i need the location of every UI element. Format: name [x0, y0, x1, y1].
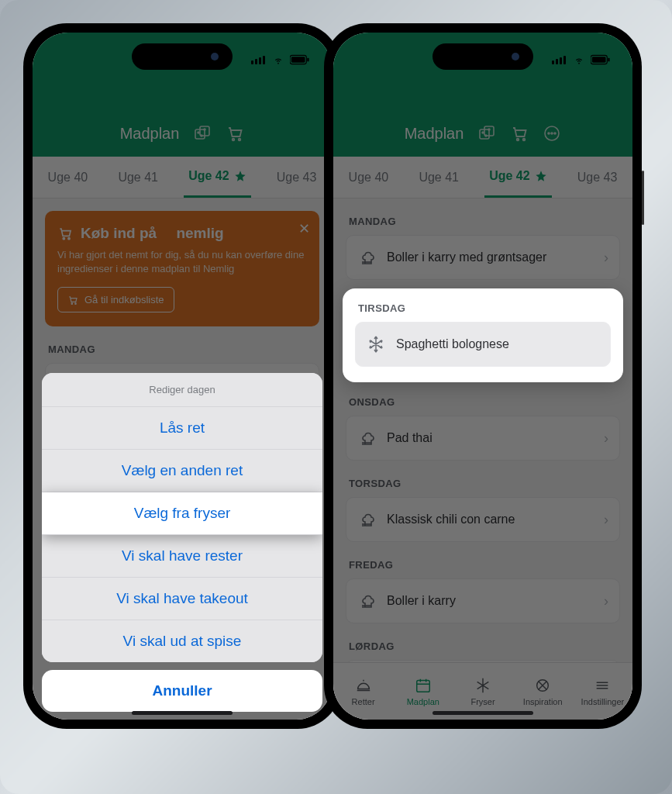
- svg-rect-16: [608, 58, 609, 62]
- wifi-icon: [271, 54, 285, 65]
- day-label-wednesday: ONSDAG: [349, 396, 617, 408]
- chef-hat-icon: [357, 429, 376, 447]
- week-tab-42[interactable]: Uge 42: [484, 157, 551, 198]
- week-tab-40[interactable]: Uge 40: [43, 157, 93, 198]
- chef-hat-icon: [357, 248, 376, 267]
- svg-point-9: [239, 139, 241, 141]
- device-notch: [132, 43, 233, 70]
- svg-point-8: [233, 139, 235, 141]
- meal-card-monday[interactable]: Boller i karry med grøntsager ›: [346, 235, 620, 280]
- settings-icon: [594, 677, 611, 694]
- chevron-right-icon: ›: [604, 593, 608, 609]
- promo-body: Vi har gjort det nemt for dig, så du nu …: [57, 248, 307, 276]
- svg-point-19: [482, 132, 484, 133]
- svg-point-21: [488, 129, 490, 130]
- calendar-icon: [415, 677, 432, 694]
- chevron-right-icon: ›: [604, 250, 608, 266]
- sheet-choose-from-freezer[interactable]: Vælg fra fryser: [42, 492, 322, 535]
- week-tab-41[interactable]: Uge 41: [113, 157, 163, 198]
- week-tabs: Uge 40 Uge 41 Uge 42 Uge 43: [333, 157, 632, 198]
- utensils-icon: [534, 677, 551, 694]
- cart-icon: [57, 226, 73, 241]
- svg-point-13: [75, 303, 77, 305]
- header-title: Madplan: [120, 125, 180, 143]
- svg-point-7: [204, 129, 205, 130]
- home-indicator[interactable]: [132, 711, 233, 715]
- battery-icon: [290, 54, 310, 65]
- chevron-right-icon: ›: [604, 430, 608, 447]
- sheet-eat-out[interactable]: Vi skal ud at spise: [42, 620, 322, 662]
- chef-hat-icon: [357, 510, 376, 529]
- star-icon: [234, 170, 246, 182]
- chevron-right-icon: ›: [604, 512, 608, 528]
- action-sheet: Rediger dagen Lås ret Vælg en anden ret …: [42, 373, 322, 712]
- chef-hat-icon: [357, 592, 376, 610]
- meal-card-friday[interactable]: Boller i karry ›: [346, 578, 620, 623]
- svg-point-5: [198, 132, 199, 133]
- star-icon: [535, 170, 547, 182]
- svg-point-23: [523, 139, 526, 141]
- dice-icon[interactable]: [477, 124, 496, 143]
- more-icon[interactable]: [543, 124, 561, 143]
- svg-point-12: [71, 303, 73, 305]
- snowflake-icon: [367, 335, 385, 354]
- sheet-title: Rediger dagen: [42, 373, 322, 407]
- day-label-monday: MANDAG: [48, 343, 316, 355]
- svg-point-6: [201, 135, 202, 136]
- meal-card-wednesday[interactable]: Pad thai ›: [346, 416, 620, 461]
- wifi-icon: [572, 54, 586, 65]
- cart-icon[interactable]: [510, 124, 529, 143]
- svg-point-25: [548, 133, 550, 134]
- cart-icon[interactable]: [226, 124, 244, 143]
- svg-point-11: [68, 238, 70, 240]
- week-tabs: Uge 40 Uge 41 Uge 42 Uge 43: [33, 157, 332, 198]
- tab-retter[interactable]: Retter: [333, 663, 393, 720]
- sheet-cancel-button[interactable]: Annuller: [42, 670, 322, 712]
- tab-settings[interactable]: Indstillinger: [573, 663, 632, 720]
- close-icon[interactable]: ✕: [298, 220, 310, 237]
- header-title: Madplan: [405, 125, 464, 143]
- day-label-saturday: LØRDAG: [349, 640, 617, 652]
- signal-icon: [552, 56, 566, 64]
- home-indicator[interactable]: [432, 711, 533, 715]
- svg-point-27: [554, 133, 556, 134]
- day-label-thursday: TORSDAG: [349, 478, 617, 489]
- svg-point-22: [517, 139, 519, 141]
- dice-icon[interactable]: [193, 124, 212, 143]
- svg-point-20: [485, 135, 487, 136]
- battery-icon: [591, 54, 611, 65]
- meal-card-tuesday[interactable]: Spaghetti bolognese: [355, 322, 611, 367]
- svg-rect-1: [291, 57, 305, 62]
- signal-icon: [251, 56, 265, 64]
- day-label-tuesday: TIRSDAG: [358, 302, 608, 314]
- svg-rect-15: [592, 57, 606, 62]
- promo-goto-list-button[interactable]: Gå til indkøbsliste: [57, 287, 174, 312]
- snowflake-icon: [474, 677, 491, 694]
- day-label-friday: FREDAG: [349, 559, 617, 571]
- svg-point-10: [63, 238, 64, 240]
- tuesday-highlight-block: TIRSDAG Spaghetti bolognese: [343, 288, 623, 382]
- device-notch: [432, 43, 533, 70]
- svg-rect-2: [307, 58, 308, 62]
- meal-card-thursday[interactable]: Klassisk chili con carne ›: [346, 497, 620, 542]
- day-label-monday: MANDAG: [349, 216, 617, 227]
- svg-rect-28: [417, 680, 430, 692]
- week-tab-40[interactable]: Uge 40: [344, 157, 394, 198]
- phone-mockup-left: Madplan Uge 40 Uge 41 Uge 42 Uge 43 ✕ Kø…: [23, 23, 341, 729]
- sheet-leftovers[interactable]: Vi skal have rester: [42, 535, 322, 578]
- phone-mockup-right: Madplan Uge 40 Uge 41 Uge 42 Uge 43 MAND…: [324, 23, 642, 729]
- sheet-takeout[interactable]: Vi skal have takeout: [42, 578, 322, 620]
- sheet-choose-other[interactable]: Vælg en anden ret: [42, 450, 322, 492]
- promo-title: Køb ind på nemlig: [57, 225, 307, 242]
- sheet-lock-dish[interactable]: Lås ret: [42, 407, 322, 450]
- week-tab-43[interactable]: Uge 43: [272, 157, 322, 198]
- week-tab-43[interactable]: Uge 43: [573, 157, 622, 198]
- dish-icon: [355, 677, 372, 694]
- week-tab-41[interactable]: Uge 41: [414, 157, 464, 198]
- promo-banner: ✕ Køb ind på nemlig Vi har gjort det nem…: [45, 211, 319, 326]
- week-tab-42[interactable]: Uge 42: [184, 157, 250, 198]
- cart-icon: [67, 295, 78, 306]
- svg-point-26: [551, 133, 553, 134]
